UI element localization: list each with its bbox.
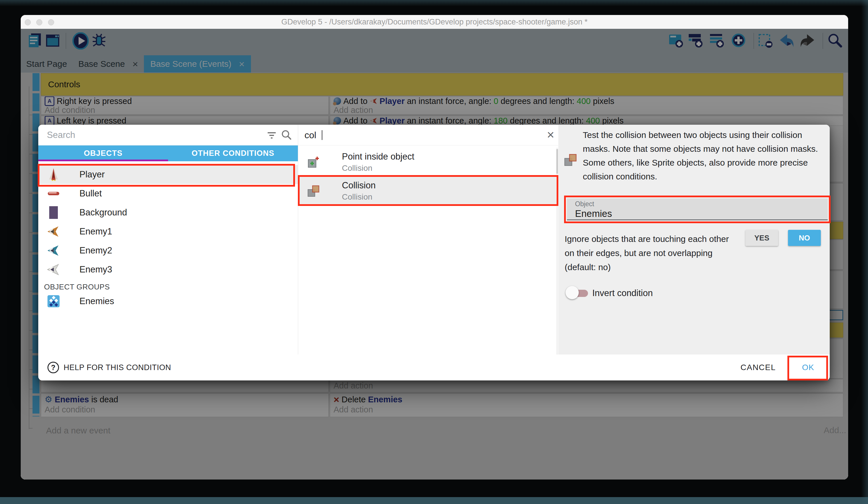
object-list-item-enemy1[interactable]: Enemy1: [38, 222, 298, 241]
clear-search-icon[interactable]: ×: [544, 125, 558, 145]
dialog-results-panel: col × Point inside object Collision Co: [298, 125, 558, 354]
annotation-box-collision-result: [298, 175, 558, 206]
object-name: Bullet: [80, 188, 102, 199]
point-inside-icon: [307, 155, 320, 169]
invert-condition-label: Invert condition: [592, 288, 653, 299]
active-tab-underline: [38, 160, 168, 161]
result-subtitle: Collision: [342, 164, 372, 173]
desktop-edge: [861, 0, 868, 504]
screenshot-root: GDevelop 5 - /Users/dkarakay/Documents/G…: [0, 0, 868, 504]
desktop-edge: [0, 497, 868, 504]
dialog-detail-panel: Test the collision between two objects u…: [558, 125, 830, 354]
object-list-item-enemy2[interactable]: Enemy2: [38, 241, 298, 260]
cancel-button[interactable]: CANCEL: [741, 354, 776, 381]
object-groups-header: OBJECT GROUPS: [44, 283, 110, 291]
dialog-left-panel: Search OBJECTS OTHER CONDITIONS: [38, 125, 298, 354]
enemies-group-icon: [47, 295, 60, 308]
object-name: Enemy1: [80, 226, 112, 237]
object-name: Enemy3: [80, 264, 112, 275]
object-list-item-enemies-group[interactable]: Enemies: [38, 292, 298, 311]
object-list-item-enemy3[interactable]: Enemy3: [38, 260, 298, 279]
enemy1-ship-icon: [47, 225, 60, 238]
object-name: Background: [80, 208, 127, 218]
result-point-inside-object[interactable]: Point inside object Collision: [298, 149, 559, 176]
annotation-box-player-row: [38, 164, 295, 187]
object-list-item-background[interactable]: Background: [38, 203, 298, 222]
search-icon[interactable]: [281, 129, 292, 140]
choose-condition-dialog: Search OBJECTS OTHER CONDITIONS: [38, 125, 830, 381]
toggle-knob[interactable]: [566, 286, 579, 299]
text-caret: [322, 130, 322, 140]
annotation-box-object-field: [564, 195, 830, 223]
bullet-icon: [47, 187, 60, 200]
enemy2-ship-icon: [47, 244, 60, 257]
dialog-footer: ? HELP FOR THIS CONDITION CANCEL OK: [38, 354, 830, 381]
object-name: Enemies: [80, 296, 114, 306]
help-icon[interactable]: ?: [48, 362, 59, 373]
window-title: GDevelop 5 - /Users/dkarakay/Documents/G…: [21, 15, 848, 29]
titlebar: GDevelop 5 - /Users/dkarakay/Documents/G…: [21, 15, 848, 29]
object-list-item-bullet[interactable]: Bullet: [38, 184, 298, 203]
tab-objects[interactable]: OBJECTS: [38, 145, 168, 161]
yes-button[interactable]: YES: [745, 230, 778, 246]
desktop-edge: [0, 0, 868, 6]
condition-search-field[interactable]: col ×: [298, 125, 559, 145]
object-search-field[interactable]: Search: [38, 125, 298, 145]
scrollbar-thumb[interactable]: [556, 149, 558, 174]
no-button[interactable]: NO: [788, 230, 821, 246]
help-link[interactable]: HELP FOR THIS CONDITION: [64, 354, 171, 381]
result-title: Point inside object: [342, 151, 414, 162]
search-query: col: [304, 125, 316, 145]
filter-icon[interactable]: [267, 130, 277, 140]
tab-other-conditions[interactable]: OTHER CONDITIONS: [168, 145, 298, 161]
enemy3-ship-icon: [47, 263, 60, 276]
condition-description: Test the collision between two objects u…: [583, 128, 818, 183]
object-name: Enemy2: [80, 245, 112, 256]
ignore-touching-label: Ignore objects that are touching each ot…: [565, 232, 729, 274]
search-placeholder: Search: [47, 125, 75, 145]
background-icon: [47, 206, 60, 219]
dialog-tab-bar: OBJECTS OTHER CONDITIONS: [38, 145, 298, 161]
collision-icon: [564, 153, 577, 167]
annotation-box-ok-button: [787, 356, 828, 381]
